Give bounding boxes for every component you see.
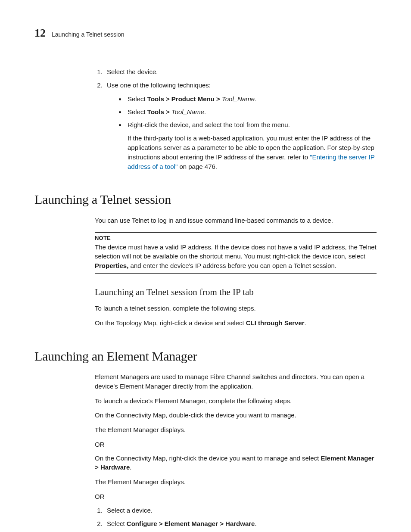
technique-list: Select Tools > Product Menu > Tool_Name.… xyxy=(107,94,377,129)
em-result-2: The Element Manager displays. xyxy=(95,477,377,487)
em-ordered-steps: Select a device. Select Configure > Elem… xyxy=(95,506,377,532)
telnet-step-line: On the Topology Map, right-click a devic… xyxy=(95,318,377,328)
em-step1: On the Connectivity Map, double-click th… xyxy=(95,411,377,420)
note-block: NOTE The device must have a valid IP add… xyxy=(95,232,377,274)
step-1: Select the device. xyxy=(104,67,377,77)
step-2-text: Use one of the following techniques: xyxy=(107,81,211,89)
em-step-intro: To launch a device's Element Manager, co… xyxy=(95,396,377,406)
heading-telnet: Launching a Telnet session xyxy=(34,190,377,209)
technique-2: Select Tools > Tool_Name. xyxy=(126,107,377,117)
page: 12 Launching a Telnet session Select the… xyxy=(0,0,411,532)
heading-element-manager: Launching an Element Manager xyxy=(34,347,377,366)
subheading-telnet-ip: Launching an Telnet session from the IP … xyxy=(95,286,377,299)
technique-3: Right-click the device, and select the t… xyxy=(126,120,377,130)
em-step2: On the Connectivity Map, right-click the… xyxy=(95,454,377,473)
telnet-intro: You can use Telnet to log in and issue c… xyxy=(95,216,377,225)
note-text: The device must have a valid IP address.… xyxy=(95,243,377,271)
ordered-steps: Select the device. Use one of the follow… xyxy=(95,67,377,171)
telnet-step-intro: To launch a telnet session, complete the… xyxy=(95,304,377,313)
element-manager-body: Element Managers are used to manage Fibr… xyxy=(95,372,377,532)
technique-note: If the third-party tool is a web-based a… xyxy=(128,134,377,171)
note-label: NOTE xyxy=(95,234,377,243)
em-list-step-1: Select a device. xyxy=(104,506,377,515)
em-result-1: The Element Manager displays. xyxy=(95,425,377,435)
step-2: Use one of the following techniques: Sel… xyxy=(104,81,377,171)
chapter-number: 12 xyxy=(34,25,46,41)
intro-steps: Select the device. Use one of the follow… xyxy=(95,67,377,171)
em-intro: Element Managers are used to manage Fibr… xyxy=(95,372,377,391)
em-list-step-2: Select Configure > Element Manager > Har… xyxy=(104,519,377,532)
running-title: Launching a Telnet session xyxy=(52,30,125,39)
or-separator-2: OR xyxy=(95,492,377,501)
telnet-body: You can use Telnet to log in and issue c… xyxy=(95,216,377,328)
running-header: 12 Launching a Telnet session xyxy=(34,25,377,41)
or-separator-1: OR xyxy=(95,440,377,449)
technique-1: Select Tools > Product Menu > Tool_Name. xyxy=(126,94,377,104)
